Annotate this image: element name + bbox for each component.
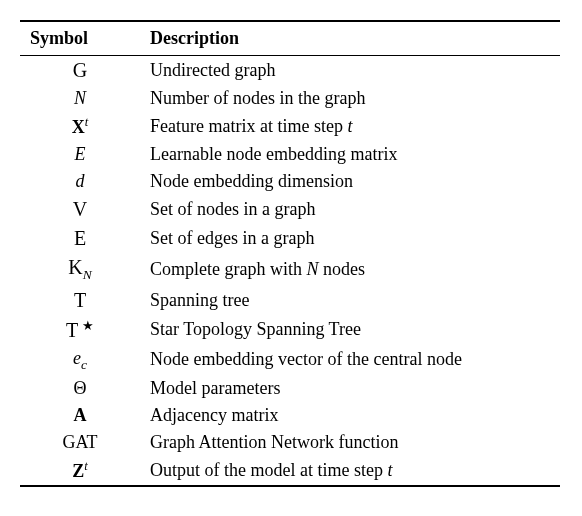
- symbol-cell: G: [20, 56, 140, 86]
- symbol-cell: N: [20, 85, 140, 112]
- symbol-cell: ec: [20, 345, 140, 376]
- description-cell: Graph Attention Network function: [140, 429, 560, 456]
- table-row: dNode embedding dimension: [20, 168, 560, 195]
- symbol-cell: V: [20, 195, 140, 224]
- description-cell: Feature matrix at time step t: [140, 112, 560, 141]
- table-row: ΘModel parameters: [20, 375, 560, 402]
- symbol-cell: Θ: [20, 375, 140, 402]
- table-row: T ★Star Topology Spanning Tree: [20, 315, 560, 345]
- symbol-cell: T ★: [20, 315, 140, 345]
- description-cell: Undirected graph: [140, 56, 560, 86]
- symbol-cell: Zt: [20, 456, 140, 486]
- table-row: AAdjacency matrix: [20, 402, 560, 429]
- description-cell: Star Topology Spanning Tree: [140, 315, 560, 345]
- header-symbol: Symbol: [20, 21, 140, 56]
- description-cell: Output of the model at time step t: [140, 456, 560, 486]
- description-cell: Spanning tree: [140, 286, 560, 315]
- description-cell: Number of nodes in the graph: [140, 85, 560, 112]
- symbol-cell: E: [20, 141, 140, 168]
- symbol-cell: d: [20, 168, 140, 195]
- description-cell: Set of edges in a graph: [140, 224, 560, 253]
- header-description: Description: [140, 21, 560, 56]
- table-row: ZtOutput of the model at time step t: [20, 456, 560, 486]
- description-cell: Learnable node embedding matrix: [140, 141, 560, 168]
- description-cell: Adjacency matrix: [140, 402, 560, 429]
- table-row: ecNode embedding vector of the central n…: [20, 345, 560, 376]
- symbol-cell: Xt: [20, 112, 140, 141]
- symbol-cell: T: [20, 286, 140, 315]
- table-row: NNumber of nodes in the graph: [20, 85, 560, 112]
- description-cell: Set of nodes in a graph: [140, 195, 560, 224]
- table-row: XtFeature matrix at time step t: [20, 112, 560, 141]
- table-row: ELearnable node embedding matrix: [20, 141, 560, 168]
- description-cell: Node embedding dimension: [140, 168, 560, 195]
- symbol-cell: E: [20, 224, 140, 253]
- description-cell: Node embedding vector of the central nod…: [140, 345, 560, 376]
- header-row: Symbol Description: [20, 21, 560, 56]
- table-row: ESet of edges in a graph: [20, 224, 560, 253]
- description-cell: Model parameters: [140, 375, 560, 402]
- symbol-cell: KN: [20, 253, 140, 286]
- table-row: KNComplete graph with N nodes: [20, 253, 560, 286]
- notation-table: Symbol Description GUndirected graphNNum…: [20, 20, 560, 487]
- table-row: VSet of nodes in a graph: [20, 195, 560, 224]
- table-body: GUndirected graphNNumber of nodes in the…: [20, 56, 560, 487]
- table-row: GATGraph Attention Network function: [20, 429, 560, 456]
- symbol-cell: A: [20, 402, 140, 429]
- description-cell: Complete graph with N nodes: [140, 253, 560, 286]
- table-row: GUndirected graph: [20, 56, 560, 86]
- symbol-cell: GAT: [20, 429, 140, 456]
- table-row: TSpanning tree: [20, 286, 560, 315]
